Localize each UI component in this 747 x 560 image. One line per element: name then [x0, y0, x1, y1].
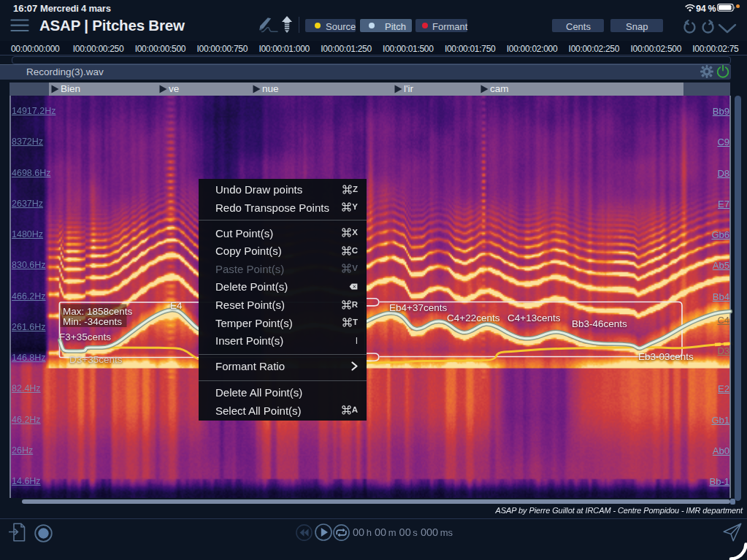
svg-text:Eb4+37cents: Eb4+37cents	[389, 302, 447, 313]
svg-text:C4+13cents: C4+13cents	[507, 312, 561, 323]
svg-text:D3+35cents: D3+35cents	[69, 354, 123, 365]
svg-text:Max: 1858cents: Max: 1858cents	[63, 306, 133, 317]
svg-text:E4: E4	[170, 300, 183, 311]
svg-text:Bb3-46cents: Bb3-46cents	[572, 318, 627, 329]
svg-text:C4+22cents: C4+22cents	[447, 312, 500, 323]
svg-text:Eb3-03cents: Eb3-03cents	[638, 351, 694, 362]
svg-text:Min: -34cents: Min: -34cents	[63, 316, 122, 327]
svg-text:F3+35cents: F3+35cents	[59, 331, 111, 342]
